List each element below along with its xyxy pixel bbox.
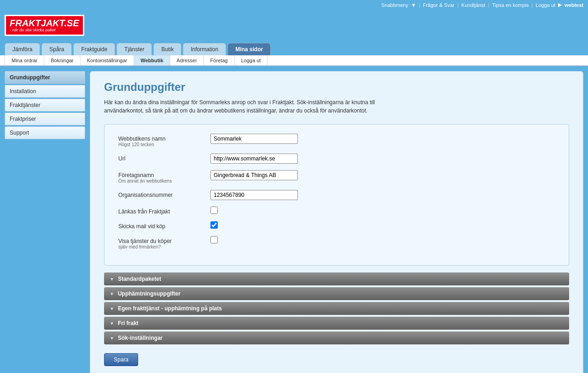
tab-tjanster[interactable]: Tjänster <box>116 43 152 55</box>
main-panel: Grunduppgifter Här kan du ändra dina ins… <box>90 71 583 373</box>
fragor-svar-link[interactable]: Frågor & Svar <box>423 2 454 8</box>
description: Här kan du ändra dina inställningar för … <box>104 98 569 115</box>
section-label-5: Sök-inställningar <box>118 335 163 341</box>
subtab-foretag[interactable]: Företag <box>204 55 235 65</box>
snabbmeny-link[interactable]: Snabbmeny <box>381 2 408 8</box>
logga-ut-link[interactable]: Logga ut <box>536 2 555 8</box>
tab-fraktguide[interactable]: Fraktguide <box>73 43 115 55</box>
tab-minesidor[interactable]: Mina sidor <box>227 43 271 55</box>
logo[interactable]: FRAKTJAKT.SE - när du ska skicka paket <box>5 15 84 36</box>
sidebar-item-fraktpriser[interactable]: Fraktpriser <box>5 112 85 125</box>
sub-nav: Mina ordrar Bokningar Kontoinställningar… <box>0 55 588 66</box>
sidebar-item-frakttjanster[interactable]: Frakttjänster <box>5 99 85 112</box>
logo-tagline: - när du ska skicka paket <box>10 28 79 33</box>
foretagsnamn-row: Företagsnamn Om annat än webbutikens <box>118 170 555 184</box>
skicka-label: Skicka mail vid köp <box>118 221 210 230</box>
sidebar-item-support[interactable]: Support <box>5 126 85 139</box>
tab-information[interactable]: Information <box>183 43 226 55</box>
section-label-4: Fri frakt <box>118 320 139 326</box>
page-title: Grunduppgifter <box>104 81 569 94</box>
org-label: Organisationsnummer <box>118 190 210 198</box>
webbutik-sublabel: Högst 120 tecken <box>118 142 210 147</box>
arrow-icon-1: ▼ <box>110 277 114 282</box>
sidebar-item-grunduppgifter[interactable]: Grunduppgifter <box>5 71 85 84</box>
chevron-icon: ▼ <box>411 2 416 8</box>
tab-spara[interactable]: Spåra <box>41 43 72 55</box>
subtab-bokningar[interactable]: Bokningar <box>44 55 81 65</box>
arrow-icon-2: ▼ <box>110 291 114 296</box>
top-bar: Snabbmeny ▼ | Frågor & Svar | Kundtjänst… <box>0 0 588 10</box>
webbutik-row: Webbutikens namn Högst 120 tecken <box>118 134 555 147</box>
description-line2: användarkontot, så tänk på att om du änd… <box>104 107 367 114</box>
section-sok-inst[interactable]: ▼ Sök-inställningar <box>104 332 569 344</box>
section-label-2: Upphämtningsuppgifter <box>118 290 180 297</box>
logo-name: FRAKTJAKT.SE <box>10 18 79 28</box>
tipsa-link[interactable]: Tipsa en kompis <box>492 2 529 8</box>
subtab-logga-ut[interactable]: Logga ut <box>235 55 268 65</box>
content-wrapper: Grunduppgifter Installation Frakttjänste… <box>0 66 588 373</box>
url-label: Url <box>118 154 210 162</box>
visa-label: Visa tjänster du köper själv med frimärk… <box>118 236 210 249</box>
webbutik-input[interactable] <box>210 134 298 144</box>
arrow-icon-4: ▼ <box>110 321 114 326</box>
description-line1: Här kan du ändra dina inställningar för … <box>104 99 375 106</box>
tab-butik[interactable]: Butik <box>153 43 181 55</box>
url-input[interactable] <box>210 154 298 164</box>
section-upphamtning[interactable]: ▼ Upphämtningsuppgifter <box>104 287 569 300</box>
section-label-1: Standardpaketet <box>118 276 161 282</box>
subtab-kontoinst[interactable]: Kontoinställningar <box>81 55 134 65</box>
foretagsnamn-label: Företagsnamn Om annat än webbutikens <box>118 170 210 184</box>
section-fri-frakt[interactable]: ▼ Fri frakt <box>104 317 569 330</box>
org-row: Organisationsnummer <box>118 190 555 200</box>
org-input[interactable] <box>210 190 298 200</box>
header: FRAKTJAKT.SE - när du ska skicka paket <box>0 10 588 41</box>
kundtjanst-link[interactable]: Kundtjänst <box>461 2 485 8</box>
arrow-icon-3: ▼ <box>110 306 114 311</box>
visa-row: Visa tjänster du köper själv med frimärk… <box>118 236 555 249</box>
tab-jamfora[interactable]: Jämföra <box>5 43 40 55</box>
foretagsnamn-sublabel: Om annat än webbutikens <box>118 178 210 184</box>
foretagsnamn-input[interactable] <box>210 170 298 180</box>
arrow-icon: ▶ <box>558 2 562 8</box>
main-nav: Jämföra Spåra Fraktguide Tjänster Butik … <box>0 43 588 55</box>
skicka-checkbox[interactable] <box>210 221 218 229</box>
form-section: Webbutikens namn Högst 120 tecken Url Fö… <box>104 124 569 266</box>
arrow-icon-5: ▼ <box>110 336 114 341</box>
sidebar-item-installation[interactable]: Installation <box>5 85 85 98</box>
lankas-checkbox[interactable] <box>210 207 218 214</box>
save-button[interactable]: Spara <box>104 353 138 366</box>
webbutik-label: Webbutikens namn Högst 120 tecken <box>118 134 210 147</box>
subtab-adresser[interactable]: Adresser <box>170 55 204 65</box>
sidebar: Grunduppgifter Installation Frakttjänste… <box>5 71 85 373</box>
skicka-row: Skicka mail vid köp <box>118 221 555 230</box>
visa-checkbox[interactable] <box>210 236 218 243</box>
subtab-mina-ordrar[interactable]: Mina ordrar <box>5 55 44 65</box>
username-label: webtest <box>565 2 583 8</box>
url-row: Url <box>118 154 555 164</box>
section-standardpaketet[interactable]: ▼ Standardpaketet <box>104 272 569 285</box>
visa-sublabel: själv med frimärken? <box>118 244 210 249</box>
section-label-3: Egen frakttjänst - upphämtning på plats <box>118 305 222 312</box>
section-egen-frakt[interactable]: ▼ Egen frakttjänst - upphämtning på plat… <box>104 302 569 315</box>
lankas-label: Länkas från Fraktjakt <box>118 207 210 215</box>
subtab-webbutik[interactable]: Webbutik <box>134 55 170 65</box>
lankas-row: Länkas från Fraktjakt <box>118 207 555 215</box>
